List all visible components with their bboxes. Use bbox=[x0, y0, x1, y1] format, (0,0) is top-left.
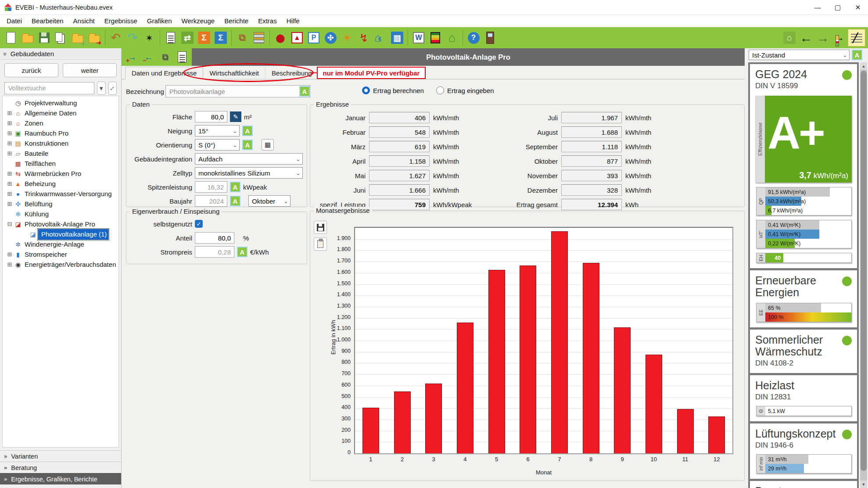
toolbar-button-electric-module[interactable]: ↯ bbox=[355, 29, 372, 47]
toolbar-button-sum-blue[interactable]: Σ bbox=[212, 29, 229, 47]
baujahr-monat-select[interactable]: Oktober⌄ bbox=[248, 195, 291, 207]
menu-item-datei[interactable]: Datei bbox=[2, 16, 27, 26]
tree-item-allgemein[interactable]: ⊞⌂Allgemeine Daten bbox=[3, 108, 118, 118]
selbstgenutzt-checkbox[interactable]: ✓ bbox=[195, 220, 203, 228]
toolbar-button-building-3d[interactable]: ⌂ bbox=[781, 29, 798, 47]
tree-item-beheizung[interactable]: ⊞▲Beheizung bbox=[3, 179, 118, 189]
tree-expander-icon[interactable]: ⊞ bbox=[6, 140, 13, 147]
tree-item-zonen[interactable]: ⊞⌂Zonen bbox=[3, 118, 118, 128]
flaeche-field[interactable]: 80,0 bbox=[195, 111, 227, 122]
panel-varianten[interactable]: »Varianten bbox=[0, 450, 121, 462]
menu-item-extras[interactable]: Extras bbox=[253, 16, 282, 26]
tree-item-energietraeger[interactable]: ⊞◉Energieträger/Verbrauchsdaten bbox=[3, 259, 118, 269]
toolbar-button-compare-values[interactable]: ⇄ bbox=[179, 29, 196, 47]
tree-expander-icon[interactable]: ⊞ bbox=[6, 120, 13, 126]
toolbar-button-new-file[interactable] bbox=[3, 29, 19, 47]
month-value-field[interactable]: 1.688 bbox=[561, 126, 622, 138]
tree-expander-icon[interactable]: ⊟ bbox=[6, 221, 13, 227]
panel-ergebnisse-grafiken-berichte[interactable]: »Ergebnisse, Grafiken, Berichte bbox=[0, 473, 121, 484]
toolbar-button-economy-module[interactable]: ⌂€ bbox=[372, 29, 389, 47]
tree-item-teilflaechen[interactable]: ▦Teilflächen bbox=[3, 158, 118, 169]
chart-save-button[interactable] bbox=[314, 221, 327, 234]
menu-item-bearbeiten[interactable]: Bearbeiten bbox=[27, 16, 68, 26]
filter-icon[interactable]: ▼ bbox=[97, 82, 106, 95]
minimize-button[interactable]: — bbox=[807, 0, 828, 14]
tree-expander-icon[interactable]: ⊞ bbox=[6, 261, 13, 268]
toolbar-button-sum-orange[interactable]: Σ bbox=[196, 29, 212, 47]
tree-item-waermebruecken[interactable]: ⊞⇆Wärmebrücken Pro bbox=[3, 169, 118, 179]
toolbar-button-copy-pages[interactable] bbox=[53, 29, 69, 47]
month-value-field[interactable]: 619 bbox=[369, 141, 430, 152]
auto-button[interactable]: A bbox=[852, 50, 862, 60]
tab-wirtschaftlichkeit[interactable]: Wirtschaftlichkeit bbox=[203, 67, 265, 79]
tab-daten-und-ergebnisse[interactable]: Daten und Ergebnisse bbox=[125, 67, 203, 79]
tree-expander-icon[interactable]: ⊞ bbox=[6, 190, 13, 197]
menu-item-werkzeuge[interactable]: Werkzeuge bbox=[177, 16, 220, 26]
toolbar-button-heating-module[interactable]: ▲ bbox=[289, 29, 305, 47]
month-value-field[interactable]: 1.967 bbox=[561, 112, 622, 123]
toolbar-button-help[interactable]: ? bbox=[465, 29, 482, 47]
tree-item-projekt[interactable]: ◷Projektverwaltung bbox=[3, 98, 118, 108]
month-value-field[interactable]: 548 bbox=[369, 126, 430, 138]
tree-item-raumbuch[interactable]: ⊞▣Raumbuch Pro bbox=[3, 128, 118, 138]
tree-item-pvsub[interactable]: ◪Photovoltaikanlage (1) bbox=[3, 229, 118, 239]
toolbar-button-save[interactable] bbox=[36, 29, 53, 47]
tree-expander-icon[interactable]: ⊞ bbox=[6, 201, 13, 207]
month-value-field[interactable]: 877 bbox=[561, 155, 622, 167]
month-value-field[interactable]: 1.158 bbox=[369, 155, 430, 167]
subtoolbar-duplicate-entry-button[interactable]: ⧉ bbox=[158, 50, 172, 64]
tree-item-konstruktionen[interactable]: ⊞▤Konstruktionen bbox=[3, 138, 118, 148]
toolbar-button-exit-door[interactable] bbox=[482, 29, 499, 47]
subtoolbar-add-entry-button[interactable]: →+ bbox=[125, 50, 139, 64]
toolbar-button-solar-module[interactable]: ☀ bbox=[339, 29, 355, 47]
state-select[interactable]: Ist-Zustand⌄ bbox=[749, 50, 850, 60]
toolbar-button-report-document[interactable] bbox=[162, 29, 179, 47]
toolbar-button-export-folder[interactable]: ➜ bbox=[86, 29, 103, 47]
scrollbar[interactable]: ▲ ▼ bbox=[860, 62, 867, 488]
strompreis-field[interactable]: 0,28 bbox=[195, 246, 234, 258]
back-button[interactable]: zurück bbox=[4, 63, 58, 77]
toolbar-button-graph-settings[interactable] bbox=[848, 29, 865, 47]
tree-item-wind[interactable]: ✲Windenergie-Anlage bbox=[3, 239, 118, 249]
bezeichnung-field[interactable]: Photovoltaikanlage A bbox=[165, 85, 310, 97]
tree-item-speicher[interactable]: ⊞▮Stromspeicher bbox=[3, 249, 118, 259]
panel-beratung[interactable]: »Beratung bbox=[0, 462, 121, 473]
tree-item-belueftung[interactable]: ⊞✣Belüftung bbox=[3, 199, 118, 209]
scroll-up-icon[interactable]: ▲ bbox=[860, 62, 867, 70]
zelltyp-select[interactable]: monokristallines Silizium⌄ bbox=[195, 167, 303, 179]
tree-expander-icon[interactable]: ⊞ bbox=[6, 170, 13, 177]
tree-expander-icon[interactable]: ⊞ bbox=[6, 150, 13, 157]
toolbar-button-radiator-module[interactable]: ▥ bbox=[389, 29, 405, 47]
toolbar-button-nav-forward[interactable]: → bbox=[814, 29, 831, 47]
toolbar-button-flowchart[interactable]: ⧉ bbox=[234, 29, 251, 47]
auto-button[interactable]: A bbox=[242, 140, 253, 150]
search-input[interactable] bbox=[4, 82, 94, 94]
toolbar-button-wizard[interactable]: ✶ bbox=[141, 29, 158, 47]
auto-button[interactable]: A bbox=[230, 196, 240, 206]
scroll-thumb[interactable] bbox=[861, 71, 867, 471]
menu-item-ergebnisse[interactable]: Ergebnisse bbox=[100, 16, 142, 26]
expand-icon[interactable]: ↕ bbox=[108, 82, 117, 95]
toolbar-button-ventilation-module[interactable]: ✣ bbox=[322, 29, 339, 47]
maximize-button[interactable]: ▢ bbox=[828, 0, 848, 14]
toolbar-button-jump-to[interactable]: → bbox=[831, 29, 848, 47]
month-value-field[interactable]: 1.666 bbox=[369, 184, 430, 196]
tree-item-bauteile[interactable]: ⊞▱Bauteile bbox=[3, 148, 118, 158]
orientierung-select[interactable]: S (0°)⌄ bbox=[195, 139, 240, 151]
menu-item-berichte[interactable]: Berichte bbox=[219, 16, 253, 26]
tree-item-tww[interactable]: ⊞●Trinkwarmwasser-Versorgung bbox=[3, 189, 118, 199]
auto-button[interactable]: A bbox=[230, 182, 240, 192]
calculator-icon[interactable]: ▦ bbox=[262, 139, 274, 151]
scroll-down-icon[interactable]: ▼ bbox=[860, 481, 867, 488]
month-value-field[interactable]: 393 bbox=[561, 170, 622, 181]
ertrag-gesamt-field[interactable]: 12.394 bbox=[561, 199, 622, 210]
radio-ertrag-berechnen[interactable]: Ertrag berechnen bbox=[362, 86, 424, 94]
month-value-field[interactable]: 1.118 bbox=[561, 141, 622, 152]
menu-item-grafiken[interactable]: Grafiken bbox=[142, 16, 177, 26]
month-value-field[interactable]: 1.627 bbox=[369, 170, 430, 181]
auto-button[interactable]: A bbox=[237, 247, 247, 257]
toolbar-button-house-energy[interactable]: ⌂ bbox=[444, 29, 460, 47]
menu-item-ansicht[interactable]: Ansicht bbox=[68, 16, 100, 26]
tree-expander-icon[interactable]: ⊞ bbox=[6, 110, 13, 116]
anteil-field[interactable]: 80,0 bbox=[195, 232, 234, 244]
